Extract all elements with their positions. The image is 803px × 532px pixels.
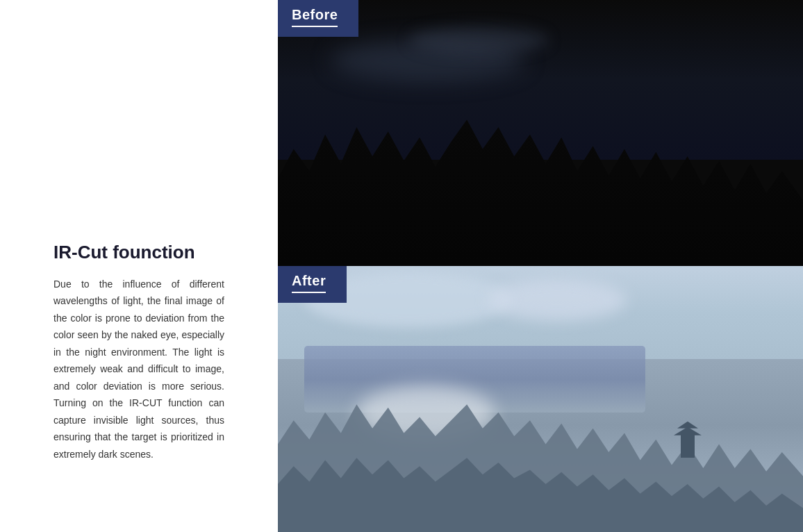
after-label-text: After bbox=[292, 273, 326, 289]
after-label-badge: After bbox=[278, 266, 347, 303]
after-label-underline bbox=[292, 292, 326, 293]
after-cloud-2 bbox=[488, 279, 627, 321]
before-label-underline bbox=[292, 26, 338, 27]
ir-cut-title: IR-Cut founction bbox=[53, 242, 224, 263]
ir-cut-description: Due to the influence of different wavele… bbox=[53, 276, 224, 463]
before-image-section: Before bbox=[278, 0, 803, 266]
left-content: IR-Cut founction Due to the influence of… bbox=[53, 242, 224, 505]
pagoda-base bbox=[681, 433, 695, 458]
before-canvas bbox=[278, 0, 803, 266]
before-label-text: Before bbox=[292, 7, 338, 23]
before-label-badge: Before bbox=[278, 0, 358, 37]
after-canvas bbox=[278, 266, 803, 532]
left-panel: IR-Cut founction Due to the influence of… bbox=[0, 0, 278, 532]
after-image-section: After bbox=[278, 266, 803, 532]
after-pagoda bbox=[667, 402, 709, 458]
right-panel: Before After bbox=[278, 0, 803, 532]
